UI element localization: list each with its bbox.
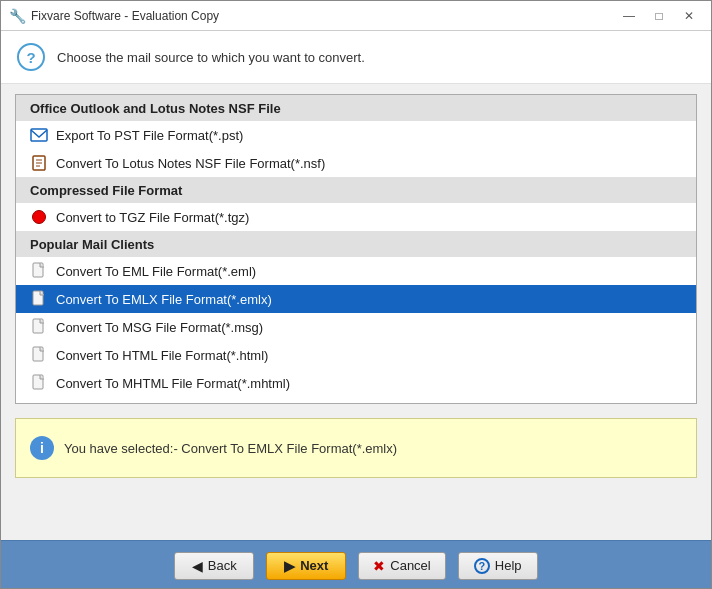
- help-label: Help: [495, 558, 522, 573]
- item-label: Convert To EMLX File Format(*.emlx): [56, 292, 272, 307]
- cancel-label: Cancel: [390, 558, 430, 573]
- svg-rect-0: [31, 129, 47, 141]
- back-button[interactable]: ◀ Back: [174, 552, 254, 580]
- next-label: Next: [300, 558, 328, 573]
- list-item[interactable]: Convert To EMLX File Format(*.emlx): [16, 285, 696, 313]
- svg-rect-15: [32, 403, 44, 404]
- item-icon: [30, 318, 48, 336]
- item-icon: [30, 126, 48, 144]
- bottom-bar: ◀ Back ▶ Next ✖ Cancel ? Help: [1, 540, 711, 589]
- next-button[interactable]: ▶ Next: [266, 552, 346, 580]
- item-label: Convert to TGZ File Format(*.tgz): [56, 210, 249, 225]
- header-text: Choose the mail source to which you want…: [57, 50, 365, 65]
- item-label: Export To PST File Format(*.pst): [56, 128, 243, 143]
- question-icon: ?: [17, 43, 45, 71]
- item-icon: [30, 346, 48, 364]
- cancel-icon: ✖: [373, 558, 385, 574]
- list-item[interactable]: Convert To Lotus Notes NSF File Format(*…: [16, 149, 696, 177]
- item-icon: [30, 374, 48, 392]
- list-item[interactable]: Convert To PDF File Format(*.pdf): [16, 397, 696, 404]
- item-label: Convert To MSG File Format(*.msg): [56, 320, 263, 335]
- format-list[interactable]: Office Outlook and Lotus Notes NSF FileE…: [15, 94, 697, 404]
- list-category: Compressed File Format: [16, 177, 696, 203]
- list-category: Office Outlook and Lotus Notes NSF File: [16, 95, 696, 121]
- maximize-button[interactable]: □: [645, 5, 673, 27]
- list-item[interactable]: Convert To MSG File Format(*.msg): [16, 313, 696, 341]
- window-title: Fixvare Software - Evaluation Copy: [31, 9, 615, 23]
- item-label: Popular Mail Clients: [30, 237, 154, 252]
- content-area: Office Outlook and Lotus Notes NSF FileE…: [1, 84, 711, 540]
- back-icon: ◀: [192, 558, 203, 574]
- list-item[interactable]: Convert To EML File Format(*.eml): [16, 257, 696, 285]
- help-icon: ?: [474, 558, 490, 574]
- list-category: Popular Mail Clients: [16, 231, 696, 257]
- next-icon: ▶: [284, 558, 295, 574]
- item-label: Convert To HTML File Format(*.html): [56, 348, 268, 363]
- app-icon: 🔧: [9, 8, 25, 24]
- help-button[interactable]: ? Help: [458, 552, 538, 580]
- close-button[interactable]: ✕: [675, 5, 703, 27]
- minimize-button[interactable]: —: [615, 5, 643, 27]
- item-label: Office Outlook and Lotus Notes NSF File: [30, 101, 281, 116]
- item-label: Convert To PDF File Format(*.pdf): [56, 404, 253, 405]
- item-label: Convert To MHTML File Format(*.mhtml): [56, 376, 290, 391]
- list-item[interactable]: Export To PST File Format(*.pst): [16, 121, 696, 149]
- item-icon: [30, 402, 48, 404]
- item-icon: [30, 290, 48, 308]
- item-icon: [30, 154, 48, 172]
- list-item[interactable]: Convert to TGZ File Format(*.tgz): [16, 203, 696, 231]
- info-text: You have selected:- Convert To EMLX File…: [64, 441, 397, 456]
- cancel-button[interactable]: ✖ Cancel: [358, 552, 445, 580]
- list-item[interactable]: Convert To MHTML File Format(*.mhtml): [16, 369, 696, 397]
- item-label: Compressed File Format: [30, 183, 182, 198]
- header-area: ? Choose the mail source to which you wa…: [1, 31, 711, 84]
- title-bar: 🔧 Fixvare Software - Evaluation Copy — □…: [1, 1, 711, 31]
- back-label: Back: [208, 558, 237, 573]
- info-box: i You have selected:- Convert To EMLX Fi…: [15, 418, 697, 478]
- item-label: Convert To Lotus Notes NSF File Format(*…: [56, 156, 325, 171]
- app-window: 🔧 Fixvare Software - Evaluation Copy — □…: [1, 1, 711, 589]
- item-icon: [30, 262, 48, 280]
- item-label: Convert To EML File Format(*.eml): [56, 264, 256, 279]
- list-item[interactable]: Convert To HTML File Format(*.html): [16, 341, 696, 369]
- item-icon: [30, 208, 48, 226]
- window-controls: — □ ✕: [615, 5, 703, 27]
- info-icon: i: [30, 436, 54, 460]
